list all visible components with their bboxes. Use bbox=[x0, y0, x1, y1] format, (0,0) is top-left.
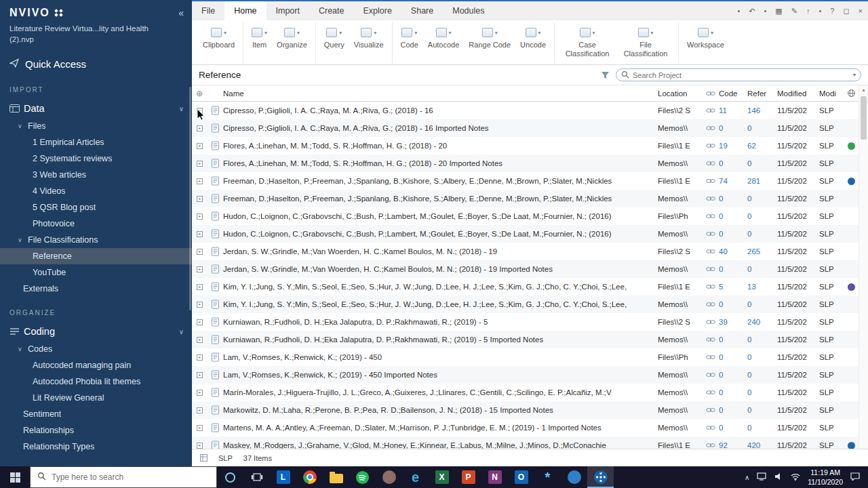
sidebar-item-data[interactable]: Data∨ bbox=[0, 99, 192, 118]
expand-row-icon[interactable]: + bbox=[197, 161, 203, 167]
ribbon-button-item[interactable]: ▾Item bbox=[247, 24, 272, 49]
expand-row-icon[interactable]: + bbox=[197, 266, 203, 272]
expand-row-icon[interactable]: + bbox=[197, 284, 203, 290]
pin-icon[interactable]: • bbox=[737, 7, 740, 15]
powerpoint-icon[interactable]: P bbox=[455, 466, 481, 488]
ribbon-button-organize[interactable]: ▾Organize bbox=[272, 24, 312, 49]
table-row[interactable]: + Kurniawan, R.;Fudholi, D. H.;Eka Jalap… bbox=[192, 313, 859, 331]
table-row[interactable]: + Lam, V.;Romses, K.;Renwick, K.; (2019)… bbox=[192, 366, 859, 384]
feedback-icon[interactable]: ◻ bbox=[843, 7, 849, 16]
expand-row-icon[interactable]: + bbox=[197, 319, 203, 325]
tray-expand-icon[interactable]: ∧ bbox=[745, 474, 749, 481]
expander-icon[interactable]: ∨ bbox=[18, 237, 28, 243]
search-dropdown-icon[interactable]: ▾ bbox=[853, 72, 856, 78]
menu-tab-home[interactable]: Home bbox=[224, 1, 266, 20]
ribbon-button-autocode[interactable]: ▾Autocode bbox=[423, 24, 464, 49]
edge-icon[interactable]: e bbox=[402, 466, 429, 488]
sidebar-item-photovoice[interactable]: Photovoice bbox=[0, 216, 192, 232]
sidebar-item-lit-review-general[interactable]: Lit Review General bbox=[0, 390, 192, 406]
expand-row-icon[interactable]: + bbox=[197, 354, 203, 361]
sidebar-scrollbar[interactable] bbox=[189, 87, 191, 310]
expand-row-icon[interactable]: + bbox=[197, 143, 203, 149]
ribbon-button-code[interactable]: ▾Code bbox=[396, 24, 423, 49]
taskbar-search-input[interactable] bbox=[52, 472, 210, 482]
table-row[interactable]: + Kim, Y. I.;Jung, S. Y.;Min, S.;Seol, E… bbox=[192, 296, 859, 313]
table-row[interactable]: + Hudon, C.;Loignon, C.;Grabovschi, C.;B… bbox=[192, 225, 859, 243]
column-header-code[interactable]: Code bbox=[719, 89, 747, 98]
column-header-location[interactable]: Location bbox=[658, 89, 703, 98]
sidebar-item-5-qsr-blog-post[interactable]: 5 QSR Blog post bbox=[0, 199, 192, 216]
expander-icon[interactable]: ∨ bbox=[18, 123, 28, 129]
sidebar-item-relationships[interactable]: ∨Relationships bbox=[0, 422, 192, 439]
onenote-icon[interactable]: N bbox=[481, 466, 508, 488]
sidebar-item-externals[interactable]: ∨Externals bbox=[0, 281, 192, 297]
task-view-icon[interactable] bbox=[243, 466, 270, 488]
sidebar-item-quick-access[interactable]: Quick Access bbox=[0, 50, 192, 74]
expand-row-icon[interactable]: + bbox=[197, 302, 203, 308]
sidebar-item-reference[interactable]: Reference bbox=[0, 248, 192, 264]
chevron-down-icon[interactable]: ∨ bbox=[179, 328, 184, 336]
sidebar-item-files[interactable]: ∨Files bbox=[0, 118, 192, 134]
sidebar-item-youtube[interactable]: YouTube bbox=[0, 264, 192, 281]
table-row[interactable]: + Maskey, M.;Rodgers, J.;Grahame, V.;Glo… bbox=[192, 436, 859, 449]
menu-tab-file[interactable]: File bbox=[192, 1, 224, 20]
sidebar-item-codes[interactable]: ∨Codes bbox=[0, 341, 192, 357]
sidebar-item-file-classifications[interactable]: ∨File Classifications bbox=[0, 232, 192, 248]
sidebar-item-sentiment[interactable]: ∨Sentiment bbox=[0, 406, 192, 422]
excel-icon[interactable]: X bbox=[429, 466, 455, 488]
expand-row-icon[interactable]: + bbox=[197, 108, 203, 114]
network-icon[interactable] bbox=[791, 471, 800, 483]
table-row[interactable]: + Markowitz, D. M.;Laha, R.;Perone, B. P… bbox=[192, 401, 859, 419]
expand-row-icon[interactable]: + bbox=[197, 443, 203, 449]
table-row[interactable]: + Freeman, D.;Haselton, P.;Freeman, J.;S… bbox=[192, 190, 859, 207]
table-row[interactable]: + Lam, V.;Romses, K.;Renwick, K.; (2019)… bbox=[192, 348, 859, 366]
sidebar-item-coding[interactable]: Coding∨ bbox=[0, 322, 192, 341]
table-row[interactable]: + Kurniawan, R.;Fudholi, D. H.;Eka Jalap… bbox=[192, 331, 859, 348]
ribbon-button-clipboard[interactable]: ▾Clipboard bbox=[198, 24, 239, 49]
expand-row-icon[interactable]: + bbox=[197, 407, 203, 413]
ribbon-button-uncode[interactable]: ▾Uncode bbox=[515, 24, 551, 49]
sidebar-item-3-web-articles[interactable]: 3 Web articles bbox=[0, 167, 192, 183]
filter-icon[interactable] bbox=[601, 71, 610, 79]
sidebar-collapse-icon[interactable]: « bbox=[178, 7, 184, 18]
table-row[interactable]: + Martens, M. A. A.;Antley, A.;Freeman, … bbox=[192, 419, 859, 436]
expand-row-icon[interactable]: + bbox=[197, 337, 203, 343]
sync-icon[interactable]: • bbox=[818, 7, 821, 15]
outlook-icon[interactable]: O bbox=[508, 466, 534, 488]
grid-view-icon[interactable]: ▦ bbox=[775, 7, 782, 16]
sidebar-item-1-empirical-articles[interactable]: 1 Empirical Articles bbox=[0, 134, 192, 150]
spotify-icon[interactable] bbox=[349, 466, 376, 488]
add-item-icon[interactable]: ⊕ bbox=[196, 89, 203, 98]
menu-tab-create[interactable]: Create bbox=[309, 1, 354, 20]
table-row[interactable]: + Marín-Morales, J.;Higuera-Trujillo, J.… bbox=[192, 384, 859, 401]
expand-row-icon[interactable]: + bbox=[197, 372, 203, 378]
table-row[interactable]: + Kim, Y. I.;Jung, S. Y.;Min, S.;Seol, E… bbox=[192, 278, 859, 296]
help-icon[interactable]: ? bbox=[830, 7, 834, 15]
ribbon-button-query[interactable]: ▾Query bbox=[319, 24, 349, 49]
column-header-modified-by[interactable]: Modi bbox=[819, 89, 844, 98]
table-row[interactable]: + Cipresso, P.;Giglioli, I. A. C.;Raya, … bbox=[192, 102, 859, 119]
expand-row-icon[interactable]: + bbox=[197, 196, 203, 202]
expand-row-icon[interactable]: + bbox=[197, 390, 203, 396]
table-row[interactable]: + Flores, A.;Linehan, M. M.;Todd, S. R.;… bbox=[192, 137, 859, 155]
expand-row-icon[interactable]: + bbox=[197, 249, 203, 255]
scrollbar-thumb[interactable] bbox=[861, 96, 867, 140]
nvivo-taskbar-icon[interactable] bbox=[587, 466, 614, 488]
column-header-modified[interactable]: Modified bbox=[777, 89, 819, 98]
redo-icon[interactable]: • bbox=[764, 7, 766, 15]
column-header-link-icon[interactable] bbox=[703, 91, 719, 96]
app-icon-3[interactable] bbox=[561, 466, 587, 488]
sidebar-item-2-systematic-reviews[interactable]: 2 Systematic reviews bbox=[0, 150, 192, 167]
menu-tab-import[interactable]: Import bbox=[267, 1, 309, 20]
table-row[interactable]: + Cipresso, P.;Giglioli, I. A. C.;Raya, … bbox=[192, 119, 859, 137]
ribbon-button-file-classification[interactable]: ▾File Classification bbox=[616, 24, 675, 58]
ribbon-button-visualize[interactable]: ▾Visualize bbox=[349, 24, 389, 49]
start-button[interactable] bbox=[0, 466, 30, 488]
sidebar-item-4-videos[interactable]: 4 Videos bbox=[0, 183, 192, 199]
file-explorer-icon[interactable] bbox=[323, 466, 349, 488]
column-header-name[interactable]: Name bbox=[223, 89, 658, 98]
app-icon-1[interactable] bbox=[376, 466, 402, 488]
menu-tab-modules[interactable]: Modules bbox=[443, 1, 494, 20]
table-row[interactable]: + Jerdan, S. W.;Grindle, M.;Van Woerden,… bbox=[192, 243, 859, 260]
column-header-refer[interactable]: Refer bbox=[747, 89, 777, 98]
